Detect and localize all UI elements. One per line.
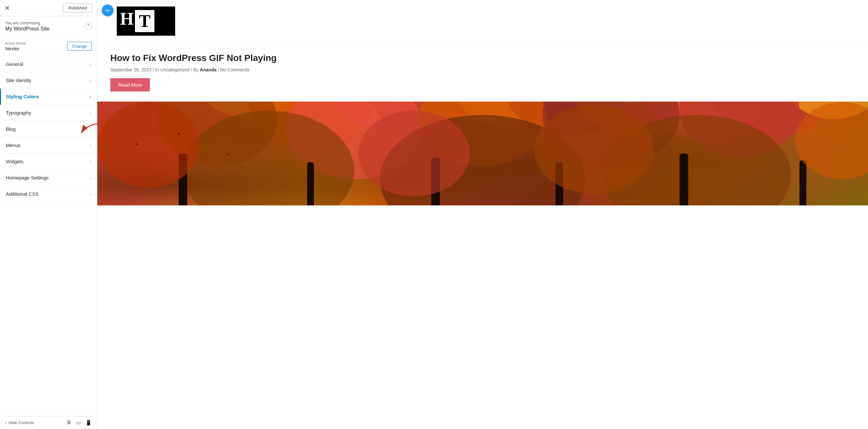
sidebar-item-label: Widgets	[6, 159, 23, 164]
post-title: How to Fix WordPress GIF Not Playing	[110, 52, 376, 64]
sidebar-item-label: Additional CSS	[6, 191, 39, 197]
active-theme-label: Active theme	[5, 41, 26, 45]
logo-letter-t: T	[139, 12, 151, 30]
svg-point-12	[157, 101, 277, 166]
svg-point-28	[534, 105, 654, 194]
svg-point-9	[646, 101, 766, 141]
svg-point-5	[371, 101, 508, 149]
close-button[interactable]: ✕	[4, 5, 10, 11]
sidebar-item-typography[interactable]: Typography ›	[0, 105, 97, 121]
edit-pencil-button[interactable]: ✏	[102, 4, 114, 16]
main-content: ✏ H T How to Fix WordPress GIF Not Playi…	[97, 0, 868, 429]
sidebar-item-site-identity[interactable]: Site Identity ›	[0, 72, 97, 89]
nav-menu: General › Site Identity › Styling Colors…	[0, 56, 97, 202]
sidebar-bottom: ‹ Hide Controls 🖥 ▭ 📱	[0, 416, 97, 429]
post-comments: No Comments	[220, 67, 249, 72]
mobile-icon[interactable]: 📱	[85, 420, 92, 426]
chevron-right-icon: ›	[90, 191, 91, 197]
post-by: By	[193, 67, 198, 72]
tree-svg	[97, 101, 868, 206]
svg-point-4	[324, 101, 436, 128]
hide-controls-button[interactable]: ‹ Hide Controls	[5, 420, 34, 425]
second-post	[97, 101, 868, 206]
svg-point-19	[603, 115, 791, 206]
svg-point-26	[97, 102, 200, 188]
svg-point-27	[359, 111, 470, 196]
sidebar-item-label: Styling Colors	[6, 94, 39, 99]
chevron-right-icon: ›	[90, 62, 91, 67]
post-category: Uncategorized	[160, 67, 189, 72]
svg-point-29	[795, 102, 868, 180]
svg-rect-21	[307, 162, 314, 206]
chevron-right-icon: ›	[90, 110, 91, 116]
svg-point-15	[542, 101, 680, 166]
read-more-button[interactable]: Read More	[110, 78, 150, 92]
sidebar-item-label: Typography	[6, 110, 31, 116]
customizing-label: You are customizing	[5, 21, 50, 25]
sidebar-item-menus[interactable]: Menus ›	[0, 137, 97, 153]
active-theme-name: Nexter	[5, 46, 26, 51]
sidebar-item-blog[interactable]: Blog ›	[0, 121, 97, 137]
logo-letter-h: H	[120, 10, 134, 32]
svg-point-13	[286, 101, 423, 179]
sidebar-item-label: Blog	[6, 126, 16, 132]
sidebar-item-label: Homepage Settings	[6, 175, 49, 180]
chevron-right-icon: ›	[90, 143, 91, 148]
svg-rect-23	[555, 162, 563, 206]
change-theme-button[interactable]: Change	[67, 42, 92, 51]
svg-point-6	[448, 101, 568, 128]
post-meta: September 26, 2023 / In Uncategorized / …	[110, 67, 376, 72]
post-date: September 26, 2023	[110, 67, 152, 72]
svg-rect-25	[800, 161, 806, 206]
tablet-icon[interactable]: ▭	[76, 420, 81, 426]
svg-point-2	[191, 101, 311, 119]
post-author: Ananda	[200, 67, 216, 72]
published-button[interactable]: Published	[63, 4, 92, 12]
sidebar-item-additional-css[interactable]: Additional CSS ›	[0, 186, 97, 202]
svg-point-8	[568, 101, 705, 136]
svg-rect-24	[680, 153, 688, 206]
post-in: In	[155, 67, 159, 72]
sidebar-item-label: General	[6, 61, 23, 67]
svg-rect-20	[179, 153, 187, 206]
svg-point-7	[504, 101, 632, 136]
logo-area: H T	[97, 0, 868, 42]
svg-point-17	[183, 111, 354, 206]
chevron-left-icon: ‹	[5, 420, 6, 425]
active-theme-section: Active theme Nexter Change	[0, 37, 97, 56]
sidebar-item-styling-colors[interactable]: Styling Colors ›	[0, 89, 97, 105]
chevron-right-icon: ›	[90, 94, 91, 99]
chevron-right-icon: ›	[90, 78, 91, 83]
sidebar: ✕ Published You are customizing My WordP…	[0, 0, 97, 429]
sidebar-item-homepage-settings[interactable]: Homepage Settings ›	[0, 170, 97, 186]
svg-point-16	[680, 101, 800, 158]
svg-point-18	[380, 115, 586, 206]
autumn-image	[97, 101, 868, 206]
device-icons: 🖥 ▭ 📱	[66, 420, 92, 426]
svg-rect-22	[431, 158, 440, 206]
desktop-icon[interactable]: 🖥	[66, 420, 71, 426]
svg-point-1	[115, 101, 251, 145]
logo-t-box: T	[135, 10, 154, 32]
sidebar-item-general[interactable]: General ›	[0, 56, 97, 72]
sidebar-item-label: Site Identity	[6, 78, 31, 83]
help-icon[interactable]: ?	[85, 22, 92, 29]
svg-point-3	[247, 101, 376, 149]
blog-post: How to Fix WordPress GIF Not Playing Sep…	[97, 42, 389, 101]
svg-point-14	[418, 101, 547, 166]
customizing-site: My WordPress Site	[5, 26, 50, 32]
customizing-section: You are customizing My WordPress Site ?	[0, 16, 97, 37]
svg-point-10	[705, 101, 842, 136]
hide-controls-label: Hide Controls	[8, 420, 34, 425]
svg-point-11	[778, 101, 868, 119]
sidebar-item-label: Menus	[6, 143, 21, 148]
chevron-right-icon: ›	[90, 175, 91, 180]
chevron-right-icon: ›	[90, 159, 91, 164]
site-logo: H T	[117, 6, 175, 36]
chevron-right-icon: ›	[90, 127, 91, 132]
sidebar-topbar: ✕ Published	[0, 0, 97, 16]
sidebar-item-widgets[interactable]: Widgets ›	[0, 153, 97, 170]
